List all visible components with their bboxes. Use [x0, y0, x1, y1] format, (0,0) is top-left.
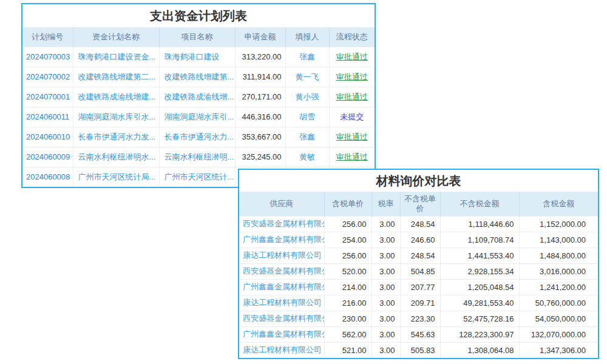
- apply-amount-value: 313,220.00: [235, 47, 285, 67]
- tax-unit-price-value: 254.00: [324, 232, 371, 248]
- project-name-link[interactable]: 广州市天河区统计...: [159, 167, 235, 187]
- reporter-link[interactable]: 黄敏: [285, 147, 329, 167]
- col-header-project-name: 项目名称: [159, 27, 235, 47]
- apply-amount-value: 270,171.00: [235, 87, 285, 107]
- supplier-link[interactable]: 康达工程材料有限公司: [239, 248, 324, 263]
- tax-rate-value: 3.00: [371, 248, 400, 263]
- project-name-link[interactable]: 改建铁路线增建第...: [159, 67, 235, 87]
- net-unit-price-value: 505.83: [400, 342, 440, 358]
- net-amount-value: 2,928,155.34: [440, 263, 519, 279]
- plan-no-link[interactable]: 2024070002: [22, 67, 73, 87]
- net-unit-price-value: 246.60: [400, 232, 440, 248]
- plan-table-row: 2024060009云南水利枢纽潜明水...云南水利枢纽潜明...325,245…: [22, 147, 375, 167]
- plan-no-link[interactable]: 2024060011: [22, 107, 73, 127]
- project-name-link[interactable]: 湖南洞庭湖水库引...: [159, 107, 235, 127]
- supplier-link[interactable]: 康达工程材料有限公司: [239, 295, 324, 311]
- plan-list-panel: 支出资金计划列表 计划编号 资金计划名称 项目名称 申请金额 填报人 流程状态 …: [21, 3, 376, 188]
- tax-unit-price-value: 216.00: [324, 295, 371, 311]
- tax-rate-value: 3.00: [371, 342, 400, 358]
- material-quote-panel: 材料询价对比表 供应商 含税单价 税率 不含税单价 不含税金额 含税金额 西安盛…: [238, 169, 599, 359]
- fund-plan-name-link[interactable]: 广州市天河区统计局...: [73, 167, 159, 187]
- col-header-tax-amount: 含税金额: [519, 192, 598, 216]
- quote-table-row: 康达工程材料有限公司521.003.00505.831,308,064.081,…: [239, 342, 598, 358]
- apply-amount-value: 325,245.00: [235, 147, 285, 167]
- fund-plan-name-link[interactable]: 珠海鹤港口建设资金...: [73, 47, 159, 67]
- supplier-link[interactable]: 广州鑫鑫金属材料有限公司: [239, 279, 324, 295]
- fund-plan-name-link[interactable]: 湖南洞庭湖水库引水...: [73, 107, 159, 127]
- supplier-link[interactable]: 广州鑫鑫金属材料有限公司: [239, 232, 324, 248]
- net-unit-price-value: 248.54: [400, 216, 440, 232]
- tax-amount-value: 1,347,306.00: [519, 342, 598, 358]
- reporter-link[interactable]: 胡雪: [285, 107, 329, 127]
- tax-amount-value: 132,070,000.00: [519, 326, 598, 342]
- net-unit-price-value: 248.54: [400, 248, 440, 263]
- quote-table-row: 广州鑫鑫金属材料有限公司562.003.00545.63128,223,300.…: [239, 326, 598, 342]
- reporter-link[interactable]: 黄小强: [285, 87, 329, 107]
- reporter-link[interactable]: 张鑫: [285, 47, 329, 67]
- tax-rate-value: 3.00: [371, 279, 400, 295]
- supplier-link[interactable]: 广州鑫鑫金属材料有限公司: [239, 326, 324, 342]
- tax-amount-value: 3,016,000.00: [519, 263, 598, 279]
- col-header-apply-amount: 申请金额: [235, 27, 285, 47]
- plan-list-title: 支出资金计划列表: [22, 4, 375, 27]
- tax-rate-value: 3.00: [371, 263, 400, 279]
- project-name-link[interactable]: 长春市伊通河水力...: [159, 127, 235, 147]
- tax-amount-value: 1,152,000.00: [519, 216, 598, 232]
- tax-unit-price-value: 521.00: [324, 342, 371, 358]
- supplier-link[interactable]: 西安盛器金属材料有限公司: [239, 263, 324, 279]
- flow-status-link[interactable]: 审批通过: [329, 67, 375, 87]
- reporter-link[interactable]: 张鑫: [285, 127, 329, 147]
- plan-no-link[interactable]: 2024060010: [22, 127, 73, 147]
- tax-rate-value: 3.00: [371, 232, 400, 248]
- quote-table-row: 广州鑫鑫金属材料有限公司214.003.00207.771,205,048.54…: [239, 279, 598, 295]
- project-name-link[interactable]: 改建铁路成渝线增...: [159, 87, 235, 107]
- quote-table-row: 西安盛器金属材料有限公司256.003.00248.541,118,446.60…: [239, 216, 598, 232]
- plan-table-row: 2024070001改建铁路成渝线增建...改建铁路成渝线增...270,171…: [22, 87, 375, 107]
- tax-unit-price-value: 214.00: [324, 279, 371, 295]
- net-amount-value: 49,281,553.40: [440, 295, 519, 311]
- col-header-flow-status: 流程状态: [329, 27, 375, 47]
- fund-plan-name-link[interactable]: 云南水利枢纽潜明水...: [73, 147, 159, 167]
- plan-no-link[interactable]: 2024070003: [22, 47, 73, 67]
- plan-table-row: 2024070002改建铁路线增建第二...改建铁路线增建第...311,914…: [22, 67, 375, 87]
- net-amount-value: 128,223,300.97: [440, 326, 519, 342]
- fund-plan-name-link[interactable]: 改建铁路线增建第二...: [73, 67, 159, 87]
- material-quote-title: 材料询价对比表: [239, 170, 598, 192]
- net-amount-value: 52,475,728.16: [440, 311, 519, 326]
- net-amount-value: 1,308,064.08: [440, 342, 519, 358]
- fund-plan-name-link[interactable]: 长春市伊通河水力发...: [73, 127, 159, 147]
- flow-status-link[interactable]: 审批通过: [329, 147, 375, 167]
- reporter-link[interactable]: 黄一飞: [285, 67, 329, 87]
- quote-table-header-row: 供应商 含税单价 税率 不含税单价 不含税金额 含税金额: [239, 192, 598, 216]
- tax-amount-value: 50,760,000.00: [519, 295, 598, 311]
- col-header-reporter: 填报人: [285, 27, 329, 47]
- flow-status-link[interactable]: 审批通过: [329, 87, 375, 107]
- flow-status-link[interactable]: 审批通过: [329, 127, 375, 147]
- apply-amount-value: 353,667.00: [235, 127, 285, 147]
- col-header-net-unit-price: 不含税单价: [400, 192, 440, 216]
- col-header-fund-plan-name: 资金计划名称: [73, 27, 159, 47]
- quote-table-row: 康达工程材料有限公司216.003.00209.7149,281,553.405…: [239, 295, 598, 311]
- supplier-link[interactable]: 西安盛器金属材料有限公司: [239, 311, 324, 326]
- col-header-plan-no: 计划编号: [22, 27, 73, 47]
- supplier-link[interactable]: 康达工程材料有限公司: [239, 342, 324, 358]
- supplier-link[interactable]: 西安盛器金属材料有限公司: [239, 216, 324, 232]
- col-header-supplier: 供应商: [239, 192, 324, 216]
- flow-status-link[interactable]: 未提交: [329, 107, 375, 127]
- plan-table-row: 2024070003珠海鹤港口建设资金...珠海鹤港口建设313,220.00张…: [22, 47, 375, 67]
- plan-no-link[interactable]: 2024060008: [22, 167, 73, 187]
- flow-status-link[interactable]: 审批通过: [329, 47, 375, 67]
- tax-rate-value: 3.00: [371, 311, 400, 326]
- plan-no-link[interactable]: 2024060009: [22, 147, 73, 167]
- tax-unit-price-value: 520.00: [324, 263, 371, 279]
- fund-plan-name-link[interactable]: 改建铁路成渝线增建...: [73, 87, 159, 107]
- project-name-link[interactable]: 珠海鹤港口建设: [159, 47, 235, 67]
- tax-amount-value: 1,241,200.00: [519, 279, 598, 295]
- project-name-link[interactable]: 云南水利枢纽潜明...: [159, 147, 235, 167]
- quote-table-row: 西安盛器金属材料有限公司520.003.00504.852,928,155.34…: [239, 263, 598, 279]
- quote-table-row: 西安盛器金属材料有限公司230.003.00223.3052,475,728.1…: [239, 311, 598, 326]
- plan-table-header-row: 计划编号 资金计划名称 项目名称 申请金额 填报人 流程状态: [22, 27, 375, 47]
- tax-rate-value: 3.00: [371, 216, 400, 232]
- plan-no-link[interactable]: 2024070001: [22, 87, 73, 107]
- net-unit-price-value: 207.77: [400, 279, 440, 295]
